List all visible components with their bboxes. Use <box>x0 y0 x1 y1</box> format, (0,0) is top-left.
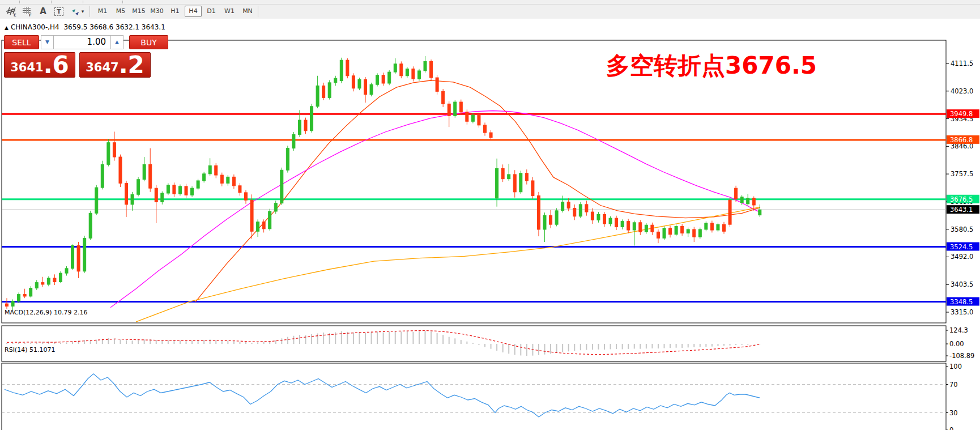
candle <box>609 218 612 224</box>
price-tick-label: 3315.0 <box>951 308 973 316</box>
candle <box>728 200 731 224</box>
candle <box>328 83 331 97</box>
candle <box>531 181 534 195</box>
candle <box>698 229 701 237</box>
candle <box>412 69 415 79</box>
buy-price-frac: .2 <box>119 54 144 76</box>
candle <box>364 79 367 94</box>
rsi-pane-header: RSI(14) 51.1071 <box>5 346 55 354</box>
candle <box>220 175 223 183</box>
timeframe-button-W1[interactable]: W1 <box>221 6 238 17</box>
candle <box>376 75 379 85</box>
macd-pane <box>2 326 946 361</box>
candle <box>107 143 110 165</box>
candle <box>280 170 283 203</box>
candle <box>262 222 265 229</box>
candle <box>125 183 128 204</box>
volume-input[interactable]: 1.00 <box>53 35 111 49</box>
candle <box>370 84 373 95</box>
toolbar-separator <box>90 6 90 17</box>
candle <box>651 225 654 232</box>
buy-button[interactable]: BUY <box>129 35 168 49</box>
chart-window[interactable]: 4111.54023.03934.53846.03757.53669.03580… <box>0 19 980 430</box>
rsi-axis-label: 30 <box>949 409 958 417</box>
candle <box>513 174 516 192</box>
grid-icon[interactable]: F <box>20 5 34 18</box>
timeframe-button-M5[interactable]: M5 <box>112 6 129 17</box>
chart-symbol-header[interactable]: ▲CHINA300-,H4 3659.5 3668.6 3632.1 3643.… <box>5 23 165 31</box>
candle <box>340 60 343 80</box>
svg-text:3949.8: 3949.8 <box>950 110 973 118</box>
trade-controls-row: SELL ▼ 1.00 ▲ BUY <box>4 35 168 49</box>
candle <box>759 210 761 215</box>
text-box-icon[interactable]: T <box>52 5 66 18</box>
candle <box>442 91 445 104</box>
candle <box>71 246 74 269</box>
candle <box>322 86 325 97</box>
candle <box>752 198 755 205</box>
candle <box>77 246 80 271</box>
candle <box>131 194 134 205</box>
volume-decrease-button[interactable]: ▼ <box>41 35 54 49</box>
candle <box>627 222 630 230</box>
candle <box>137 180 140 194</box>
candle <box>555 211 558 224</box>
candle <box>149 164 152 188</box>
sell-price-box[interactable]: 3641.6 <box>4 52 75 78</box>
candle <box>681 226 684 233</box>
buy-price-box[interactable]: 3647.2 <box>79 52 151 78</box>
candle <box>310 107 313 131</box>
candle <box>23 295 26 296</box>
trading-app-window: { "toolbar": { "icons": [ {"name":"indic… <box>0 0 980 430</box>
collapse-icon[interactable]: ▲ <box>5 25 8 31</box>
candle <box>95 188 98 213</box>
timeframe-button-M1[interactable]: M1 <box>94 6 111 17</box>
candle <box>316 86 319 106</box>
chart-canvas[interactable]: 4111.54023.03934.53846.03757.53669.03580… <box>0 19 980 430</box>
text-label-icon[interactable]: A <box>36 5 50 18</box>
sell-price-int: 3641 <box>10 59 43 76</box>
candle <box>478 115 480 125</box>
price-tick-label: 3492.0 <box>951 253 973 261</box>
candle <box>621 222 624 227</box>
main-pane <box>2 40 946 323</box>
candle <box>161 193 164 202</box>
candle <box>496 168 498 198</box>
candle <box>101 164 104 188</box>
timeframe-button-H1[interactable]: H1 <box>167 6 184 17</box>
candle <box>269 211 271 229</box>
timeframe-button-M15[interactable]: M15 <box>130 6 147 17</box>
candle <box>292 134 295 148</box>
candle <box>250 200 253 231</box>
chevron-down-icon[interactable]: ▾ <box>79 5 86 18</box>
candle <box>89 213 92 238</box>
price-tick-label: 3757.5 <box>951 170 973 178</box>
price-badge: 3676.5 <box>947 195 979 203</box>
candle <box>185 186 188 195</box>
candle <box>113 143 116 157</box>
candle <box>561 202 564 210</box>
volume-increase-button[interactable]: ▲ <box>110 35 123 49</box>
candle <box>484 125 487 133</box>
timeframe-button-D1[interactable]: D1 <box>203 6 220 17</box>
candle <box>18 295 20 301</box>
svg-text:3866.8: 3866.8 <box>950 136 973 144</box>
sell-button[interactable]: SELL <box>4 35 39 49</box>
icon-letter-e: E <box>14 13 16 17</box>
timeframe-button-MN[interactable]: MN <box>239 6 256 17</box>
candle <box>448 104 450 116</box>
timeframe-button-H4[interactable]: H4 <box>185 6 202 17</box>
indicators-icon[interactable]: E <box>5 5 18 18</box>
candle <box>525 173 528 181</box>
candle <box>257 222 259 232</box>
candle <box>167 185 169 193</box>
candle <box>238 186 241 193</box>
timeframe-button-M30[interactable]: M30 <box>148 6 165 17</box>
candle <box>191 188 194 195</box>
candle <box>29 288 32 296</box>
candle <box>232 177 235 185</box>
candle <box>663 228 666 239</box>
candle <box>394 64 397 72</box>
candle <box>41 283 44 284</box>
candle <box>723 224 726 231</box>
